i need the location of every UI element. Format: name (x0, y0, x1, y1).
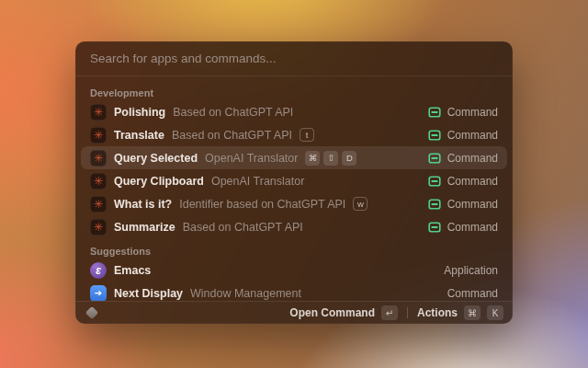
command-type-icon (428, 222, 441, 233)
item-title: Translate (114, 129, 164, 142)
shortcut-keys: ⌘⇧D (305, 151, 356, 166)
item-meta: Application (444, 264, 498, 277)
section-title: Suggestions (81, 238, 507, 259)
next-display-icon: ➔ (90, 285, 107, 302)
emacs-icon: ε (90, 262, 107, 279)
openai-translator-icon: ✳ (90, 219, 107, 236)
item-title: Summarize (114, 221, 175, 234)
item-meta: Command (447, 287, 498, 300)
actions-button[interactable]: Actions (417, 306, 458, 319)
shortcut-key: ⌘ (305, 151, 320, 166)
item-title: Emacs (114, 264, 151, 277)
item-title: What is it? (114, 198, 172, 211)
item-type: Command (447, 152, 498, 165)
item-meta: Command (428, 106, 498, 119)
item-subtitle: Based on ChatGPT API (183, 221, 303, 234)
item-title: Query Selected (114, 152, 198, 165)
item-meta: Command (428, 198, 498, 211)
list-item[interactable]: ✳ What is it? Identifier based on ChatGP… (81, 192, 507, 215)
section-items: ε Emacs Application ➔ Next Display Windo… (81, 259, 507, 301)
item-type: Command (447, 287, 498, 300)
command-type-icon (428, 153, 441, 164)
openai-translator-icon: ✳ (90, 150, 107, 167)
footer-actions: Open Command ↵ Actions ⌘ K (289, 305, 503, 320)
item-type: Command (447, 175, 498, 188)
item-type: Application (444, 264, 498, 277)
item-type: Command (447, 221, 498, 234)
openai-translator-icon: ✳ (90, 196, 107, 213)
list-item[interactable]: ✳ Summarize Based on ChatGPT API Command (81, 215, 507, 238)
item-meta: Command (428, 129, 498, 142)
shortcut-key: D (342, 151, 356, 166)
item-title: Polishing (114, 106, 165, 119)
raycast-logo-icon (85, 306, 98, 319)
item-subtitle: Based on ChatGPT API (172, 129, 292, 142)
openai-translator-icon: ✳ (90, 127, 107, 144)
search-bar (75, 41, 513, 76)
footer-bar: Open Command ↵ Actions ⌘ K (75, 301, 513, 324)
item-subtitle: Based on ChatGPT API (173, 106, 293, 119)
results-list[interactable]: Development ✳ Polishing Based on ChatGPT… (75, 76, 513, 301)
list-section: Development ✳ Polishing Based on ChatGPT… (81, 80, 507, 238)
list-item[interactable]: ✳ Query Clipboard OpenAI Translator Comm… (81, 169, 507, 192)
item-type: Command (447, 106, 498, 119)
alias-badge: w (353, 197, 368, 211)
item-type: Command (447, 129, 498, 142)
k-key-icon: K (487, 305, 503, 320)
item-subtitle: Identifier based on ChatGPT API (179, 198, 345, 211)
item-subtitle: OpenAI Translator (205, 152, 298, 165)
command-type-icon (428, 107, 441, 118)
item-type: Command (447, 198, 498, 211)
list-item[interactable]: ✳ Query Selected OpenAI Translator ⌘⇧D C… (81, 146, 507, 169)
section-items: ✳ Polishing Based on ChatGPT API Command… (81, 100, 507, 238)
open-command-button[interactable]: Open Command (289, 306, 375, 319)
search-input[interactable] (90, 52, 498, 65)
item-title: Next Display (114, 287, 183, 300)
openai-translator-icon: ✳ (90, 173, 107, 190)
item-title: Query Clipboard (114, 175, 204, 188)
section-title: Development (81, 80, 507, 100)
command-key-icon: ⌘ (464, 305, 481, 320)
command-type-icon (428, 130, 441, 141)
footer-divider (407, 307, 408, 318)
command-type-icon (428, 176, 441, 187)
alias-badge: t (300, 128, 314, 142)
item-subtitle: Window Management (190, 287, 301, 300)
item-meta: Command (428, 221, 498, 234)
enter-key-icon: ↵ (381, 305, 398, 320)
item-meta: Command (428, 152, 498, 165)
list-item[interactable]: ε Emacs Application (81, 259, 507, 282)
list-section: Suggestions ε Emacs Application ➔ Next D… (81, 238, 507, 301)
launcher-window: Development ✳ Polishing Based on ChatGPT… (75, 41, 513, 324)
list-item[interactable]: ➔ Next Display Window Management Command (81, 282, 507, 301)
shortcut-key: ⇧ (323, 151, 338, 166)
openai-translator-icon: ✳ (90, 104, 107, 121)
item-meta: Command (428, 175, 498, 188)
list-item[interactable]: ✳ Translate Based on ChatGPT API t Comma… (81, 123, 507, 146)
command-type-icon (428, 199, 441, 210)
list-item[interactable]: ✳ Polishing Based on ChatGPT API Command (81, 100, 507, 123)
item-subtitle: OpenAI Translator (211, 175, 304, 188)
